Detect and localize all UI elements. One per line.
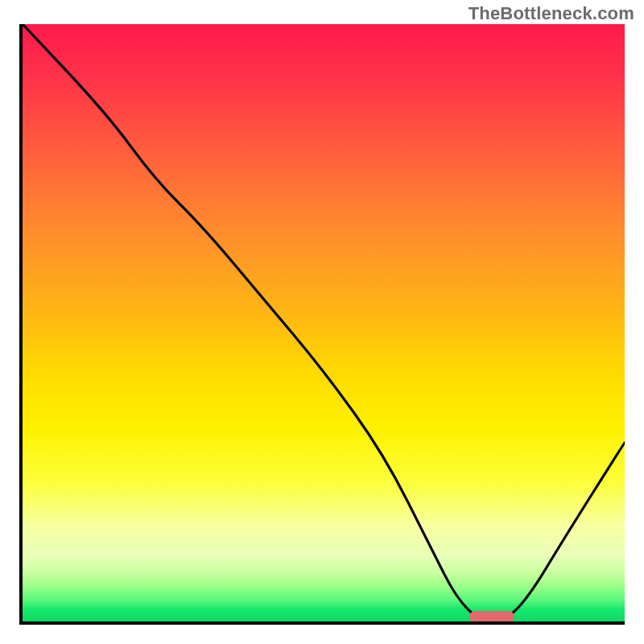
bottleneck-curve-path bbox=[23, 24, 625, 621]
chart-plot-area bbox=[19, 24, 625, 625]
optimal-range-marker bbox=[469, 611, 514, 622]
chart-curve bbox=[23, 24, 625, 621]
watermark-text: TheBottleneck.com bbox=[469, 3, 634, 24]
